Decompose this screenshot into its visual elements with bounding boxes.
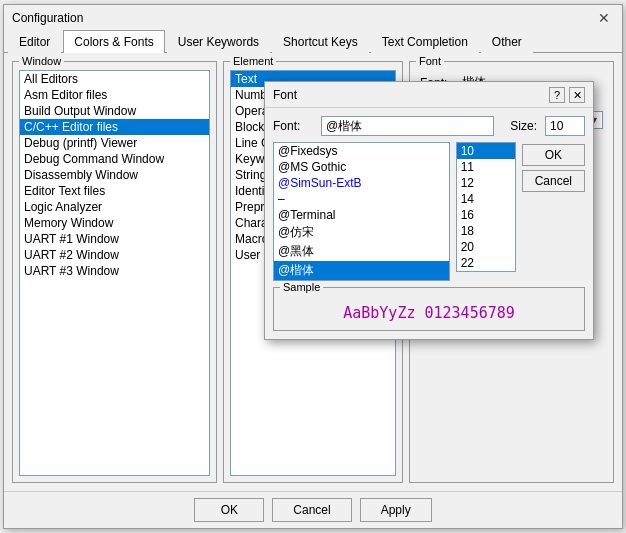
- apply-button[interactable]: Apply: [360, 498, 432, 522]
- list-item[interactable]: @仿宋: [274, 223, 449, 242]
- list-item[interactable]: 18: [457, 223, 515, 239]
- dialog-ok-button[interactable]: OK: [522, 144, 585, 166]
- window-group: Window All Editors Asm Editor files Buil…: [12, 61, 217, 483]
- list-item[interactable]: 20: [457, 239, 515, 255]
- tab-colors-fonts[interactable]: Colors & Fonts: [63, 30, 164, 53]
- list-item[interactable]: @黑体: [274, 242, 449, 261]
- dialog-help-button[interactable]: ?: [549, 87, 565, 103]
- close-button[interactable]: ✕: [594, 11, 614, 25]
- dialog-font-input[interactable]: [321, 116, 494, 136]
- list-item[interactable]: Debug (printf) Viewer: [20, 135, 209, 151]
- dialog-lists-area: @Fixedsys @MS Gothic @SimSun-ExtB – @Ter…: [273, 142, 585, 281]
- dialog-cancel-button[interactable]: Cancel: [522, 170, 585, 192]
- list-item[interactable]: 24: [457, 271, 515, 272]
- list-item[interactable]: Build Output Window: [20, 103, 209, 119]
- list-item[interactable]: @Fixedsys: [274, 143, 449, 159]
- element-panel-label: Element: [230, 55, 276, 67]
- cancel-button[interactable]: Cancel: [272, 498, 351, 522]
- list-item[interactable]: @MS Gothic: [274, 159, 449, 175]
- list-item[interactable]: 12: [457, 175, 515, 191]
- tab-bar: Editor Colors & Fonts User Keywords Shor…: [4, 29, 622, 53]
- size-list-wrapper: 10 11 12 14 16 18 20 22 24 26: [456, 142, 516, 281]
- sample-label: Sample: [280, 281, 323, 293]
- list-item[interactable]: 11: [457, 159, 515, 175]
- dialog-controls: ? ✕: [549, 87, 585, 103]
- main-content: Window All Editors Asm Editor files Buil…: [4, 53, 622, 491]
- list-item[interactable]: Editor Text files: [20, 183, 209, 199]
- list-item[interactable]: –: [274, 191, 449, 207]
- dialog-size-input[interactable]: [545, 116, 585, 136]
- dialog-body: Font: Size: @Fixedsys @MS Gothic @SimSun…: [265, 108, 593, 339]
- dialog-font-label: Font:: [273, 119, 313, 133]
- tab-shortcut-keys[interactable]: Shortcut Keys: [272, 30, 369, 53]
- list-item[interactable]: 16: [457, 207, 515, 223]
- dialog-size-label: Size:: [510, 119, 537, 133]
- list-item[interactable]: 22: [457, 255, 515, 271]
- font-panel-label: Font: [416, 55, 444, 67]
- tab-other[interactable]: Other: [481, 30, 533, 53]
- bottom-bar: OK Cancel Apply: [4, 491, 622, 528]
- list-item[interactable]: @Terminal: [274, 207, 449, 223]
- config-window: Configuration ✕ Editor Colors & Fonts Us…: [3, 4, 623, 529]
- tab-editor[interactable]: Editor: [8, 30, 61, 53]
- list-item[interactable]: @SimSun-ExtB: [274, 175, 449, 191]
- window-panel-wrapper: Window All Editors Asm Editor files Buil…: [12, 61, 217, 483]
- dialog-top-row: Font: Size:: [273, 116, 585, 136]
- dialog-title-bar: Font ? ✕: [265, 82, 593, 108]
- dialog-size-list[interactable]: 10 11 12 14 16 18 20 22 24 26: [456, 142, 516, 272]
- dialog-ok-cancel: OK Cancel: [522, 142, 585, 281]
- title-bar: Configuration ✕: [4, 5, 622, 29]
- list-item[interactable]: UART #2 Window: [20, 247, 209, 263]
- dialog-font-list[interactable]: @Fixedsys @MS Gothic @SimSun-ExtB – @Ter…: [273, 142, 450, 281]
- list-item[interactable]: 14: [457, 191, 515, 207]
- list-item-selected[interactable]: 10: [457, 143, 515, 159]
- font-list-wrapper: @Fixedsys @MS Gothic @SimSun-ExtB – @Ter…: [273, 142, 450, 281]
- font-dialog: Font ? ✕ Font: Size:: [264, 81, 594, 340]
- list-item[interactable]: Memory Window: [20, 215, 209, 231]
- dialog-title: Font: [273, 88, 297, 102]
- list-item-selected[interactable]: C/C++ Editor files: [20, 119, 209, 135]
- window-panel-label: Window: [19, 55, 64, 67]
- list-item[interactable]: UART #1 Window: [20, 231, 209, 247]
- list-item-selected[interactable]: @楷体: [274, 261, 449, 280]
- list-item[interactable]: All Editors: [20, 71, 209, 87]
- sample-text: AaBbYyZz 0123456789: [282, 304, 576, 322]
- sample-group: Sample AaBbYyZz 0123456789: [273, 287, 585, 331]
- window-list[interactable]: All Editors Asm Editor files Build Outpu…: [19, 70, 210, 476]
- list-item[interactable]: UART #3 Window: [20, 263, 209, 279]
- list-item[interactable]: Logic Analyzer: [20, 199, 209, 215]
- ok-button[interactable]: OK: [194, 498, 264, 522]
- window-title: Configuration: [12, 11, 83, 25]
- tab-text-completion[interactable]: Text Completion: [371, 30, 479, 53]
- list-item[interactable]: Disassembly Window: [20, 167, 209, 183]
- dialog-close-button[interactable]: ✕: [569, 87, 585, 103]
- list-item[interactable]: Debug Command Window: [20, 151, 209, 167]
- tab-user-keywords[interactable]: User Keywords: [167, 30, 270, 53]
- list-item[interactable]: Asm Editor files: [20, 87, 209, 103]
